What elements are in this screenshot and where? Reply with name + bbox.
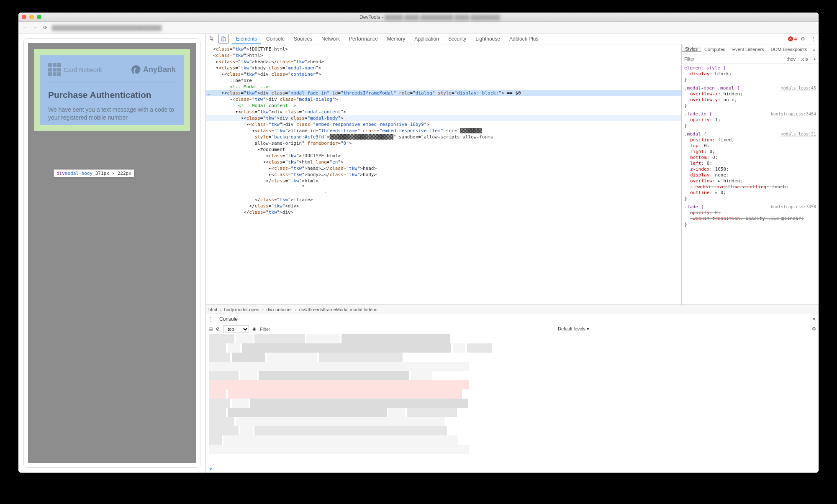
console-line-redacted	[206, 371, 819, 380]
dom-line[interactable]: "	[206, 190, 681, 197]
rule-source-link[interactable]: modals.less:45	[781, 85, 816, 91]
dom-line[interactable]: <class="tkw">html>	[206, 52, 681, 59]
style-rules[interactable]: element.style {display: block;}.modal-op…	[682, 64, 819, 304]
console-line-redacted	[206, 389, 819, 399]
page-body: Card Network AnyBank Purchase Authentica…	[28, 43, 196, 463]
drawer-menu-icon[interactable]: ⋮	[208, 316, 213, 322]
close-window-icon[interactable]	[22, 15, 26, 19]
traffic-lights	[22, 15, 41, 19]
dom-line[interactable]: </class="tkw">html>	[206, 178, 681, 184]
dom-line[interactable]: ▾<class="tkw">div class="modal-body">	[206, 115, 681, 121]
dom-breadcrumb[interactable]: htmlbody.modal-opendiv.containerdiv#thre…	[206, 304, 819, 314]
dom-line[interactable]: <class="tkw">!DOCTYPE html>	[206, 153, 681, 159]
cls-toggle[interactable]: .cls	[798, 56, 811, 61]
css-rule[interactable]: .modal-open .modal {modals.less:45overfl…	[684, 85, 816, 109]
console-filter-input[interactable]	[260, 327, 335, 332]
bank-logo: AnyBank	[131, 65, 176, 74]
dom-line[interactable]: </class="tkw">iframe>	[206, 197, 681, 203]
error-dot-icon: ✕	[788, 36, 793, 41]
console-sidebar-toggle-icon[interactable]: ▤	[208, 326, 213, 332]
forward-button[interactable]: →	[32, 25, 39, 31]
breadcrumb-item[interactable]: body.modal-open	[224, 307, 264, 312]
zoom-window-icon[interactable]	[37, 15, 41, 19]
rule-source-link[interactable]: bootstrap.css:3464	[771, 111, 816, 117]
hov-toggle[interactable]: :hov	[784, 56, 798, 61]
drawer-close-icon[interactable]: ✕	[812, 316, 816, 322]
rule-source-link[interactable]: modals.less:21	[781, 131, 816, 137]
devtools-tab-lighthouse[interactable]: Lighthouse	[471, 33, 504, 44]
breadcrumb-item[interactable]: div.container	[266, 307, 296, 312]
browser-toolbar: ← → ⟳ ▓▓▓▓▓▓▓▓▓▓▓▓▓▓▓▓▓▓▓▓▓▓▓▓▓▓▓▓▓▓	[18, 22, 819, 33]
dom-line[interactable]: <!-- Modal content-->	[206, 102, 681, 109]
styles-tab-dom-breakpoints[interactable]: DOM Breakpoints	[768, 47, 811, 52]
elements-tree[interactable]: <class="tkw">!DOCTYPE html> <class="tkw"…	[206, 44, 681, 304]
auth-body-text: We have sent you a text message with a c…	[48, 106, 176, 122]
devtools-tab-performance[interactable]: Performance	[345, 33, 382, 44]
bank-label: AnyBank	[143, 65, 176, 74]
dom-line[interactable]: ▾#document	[206, 146, 681, 153]
dom-line[interactable]: ▾<class="tkw">div class="modal-dialog">	[206, 96, 681, 102]
dom-line[interactable]: <class="tkw">!DOCTYPE html>	[206, 46, 681, 52]
styles-tab-computed[interactable]: Computed	[701, 47, 729, 52]
more-icon[interactable]: ⋮	[809, 34, 819, 44]
devtools-tab-console[interactable]: Console	[262, 33, 289, 44]
dom-line[interactable]: "	[206, 184, 681, 190]
devtools-tab-elements[interactable]: Elements	[232, 33, 261, 44]
console-line-redacted	[206, 426, 819, 435]
console-line-redacted	[206, 343, 819, 353]
devtools-tab-sources[interactable]: Sources	[290, 33, 316, 44]
devtools-tab-network[interactable]: Network	[317, 33, 344, 44]
minimize-window-icon[interactable]	[29, 15, 34, 19]
styles-tab-event-listeners[interactable]: Event Listeners	[729, 47, 768, 52]
dom-line[interactable]: ▸<class="tkw">head>…</class="tkw">head>	[206, 59, 681, 65]
styles-tabs-more-icon[interactable]: »	[810, 47, 818, 52]
reload-button[interactable]: ⟳	[42, 25, 49, 31]
new-rule-button[interactable]: +	[811, 56, 819, 61]
rule-source-link[interactable]: bootstrap.css:3458	[771, 204, 816, 210]
dom-line[interactable]: … ▾<class="tkw">div class="modal fade in…	[206, 90, 681, 96]
error-counter[interactable]: ✕ 4	[788, 36, 797, 41]
devtools-tab-memory[interactable]: Memory	[383, 33, 409, 44]
styles-tab-styles[interactable]: Styles	[682, 46, 701, 52]
css-rule[interactable]: .modal {modals.less:21position: fixed;to…	[684, 131, 816, 202]
dom-line[interactable]: ▾<class="tkw">div class="container">	[206, 71, 681, 77]
settings-icon[interactable]: ⚙	[798, 34, 808, 44]
console-prompt[interactable]: >	[206, 465, 819, 473]
drawer-tab-console[interactable]: Console	[217, 316, 240, 322]
dom-line[interactable]: ▾<class="tkw">div class="embed-responsiv…	[206, 121, 681, 128]
dom-line[interactable]: <!-- Modal -->	[206, 84, 681, 90]
dom-line[interactable]: ▾<class="tkw">html lang="en">	[206, 159, 681, 165]
live-expression-icon[interactable]: ◉	[252, 326, 257, 332]
clear-console-icon[interactable]: ⊘	[216, 326, 220, 332]
device-toggle-icon[interactable]	[218, 34, 229, 44]
devtools-window: DevTools - ▓▓▓▓▓ ▓▓▓▓ ▓▓▓▓▓▓▓▓▓ ▓▓▓▓ ▓▓▓…	[18, 13, 819, 473]
css-rule[interactable]: .fade.in {bootstrap.css:3464opacity: 1;}	[684, 111, 816, 129]
dom-line[interactable]: </class="tkw">div>	[206, 203, 681, 209]
devtools-tab-application[interactable]: Application	[410, 33, 443, 44]
address-bar[interactable]: ▓▓▓▓▓▓▓▓▓▓▓▓▓▓▓▓▓▓▓▓▓▓▓▓▓▓▓▓▓▓	[52, 25, 162, 31]
dom-line[interactable]: ▸<class="tkw">head>…</class="tkw">head>	[206, 165, 681, 171]
log-levels-select[interactable]: Default levels ▾	[558, 326, 589, 332]
css-rule[interactable]: element.style {display: block;}	[684, 65, 816, 83]
breadcrumb-item[interactable]: html	[208, 307, 222, 312]
devtools-tab-security[interactable]: Security	[444, 33, 470, 44]
dom-line[interactable]: </class="tkw">div>	[206, 209, 681, 215]
console-line-redacted	[206, 353, 819, 362]
dom-line[interactable]: ▸<class="tkw">body>…</class="tkw">body>	[206, 171, 681, 178]
dom-line[interactable]: ::before	[206, 77, 681, 84]
dom-line[interactable]: ▾<class="tkw">div class="modal-content">	[206, 109, 681, 115]
auth-heading: Purchase Authentication	[48, 90, 176, 100]
styles-sidebar: StylesComputedEvent ListenersDOM Breakpo…	[681, 44, 819, 304]
back-button[interactable]: ←	[22, 25, 28, 31]
dom-line[interactable]: ▾<class="tkw">iframe id="threedsIframe" …	[206, 128, 681, 134]
dom-line[interactable]: allow-same-origin" frameborder="0">	[206, 140, 681, 146]
devtools-tab-adblock-plus[interactable]: Adblock Plus	[505, 33, 542, 44]
dom-line[interactable]: style="background:#cfe3fd">▓▓▓▓▓▓▓▓▓▓▓▓▓…	[206, 134, 681, 140]
breadcrumb-item[interactable]: div#threedsIframeModal.modal.fade.in	[299, 307, 377, 312]
inspect-tool-icon[interactable]	[208, 34, 218, 44]
dom-line[interactable]: ▾<class="tkw">body class="modal-open">	[206, 65, 681, 71]
console-settings-icon[interactable]: ⚙	[812, 326, 816, 332]
execution-context-select[interactable]: top	[223, 325, 249, 333]
css-rule[interactable]: .fade {bootstrap.css:3458opacity: 0;-web…	[684, 204, 816, 228]
styles-filter-input[interactable]	[682, 56, 784, 62]
